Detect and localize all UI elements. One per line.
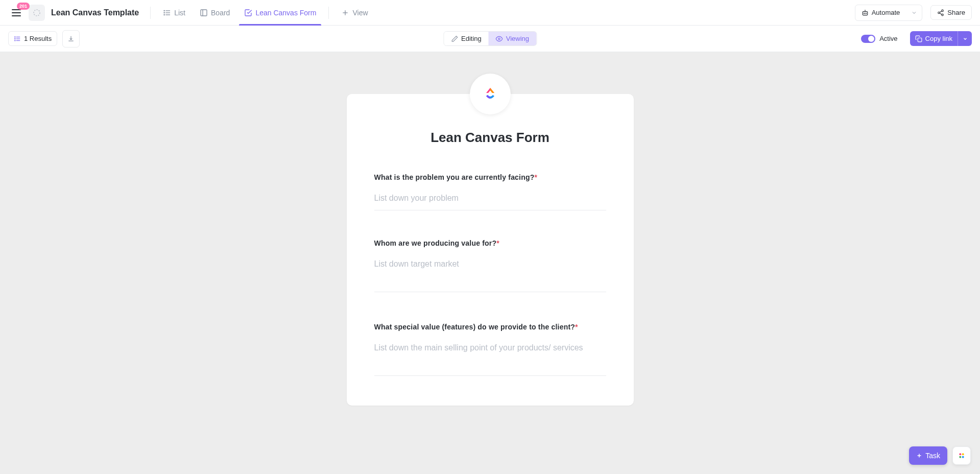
results-button[interactable]: 1 Results [8,31,57,46]
svg-point-6 [164,14,164,15]
svg-line-17 [940,11,942,12]
share-button[interactable]: Share [930,5,972,20]
svg-point-15 [938,12,940,14]
automate-button-group: Automate [855,5,923,21]
svg-rect-7 [201,10,207,16]
divider [150,7,151,19]
button-label: Task [925,452,940,460]
svg-point-32 [962,456,964,458]
tab-list[interactable]: List [158,0,190,26]
add-view-button[interactable]: View [336,0,373,26]
tab-label: Lean Canvas Form [255,9,316,17]
tab-lean-canvas-form[interactable]: Lean Canvas Form [239,0,321,26]
new-task-button[interactable]: Task [909,446,947,465]
svg-point-25 [498,38,500,40]
svg-point-16 [942,14,944,16]
svg-point-30 [962,453,964,455]
automate-button[interactable]: Automate [855,5,907,21]
question-label: What special value (features) do we prov… [374,323,606,331]
tab-label: List [174,9,185,17]
svg-point-4 [164,10,164,11]
svg-point-22 [15,36,15,37]
mode-toggle: Editing Viewing [443,31,537,46]
subheader: 1 Results Editing Viewing Active Copy li… [0,26,980,52]
mode-label: Editing [461,35,482,42]
header: 201 Lean Canvas Template List Board Lean… [0,0,980,26]
page-title[interactable]: Lean Canvas Template [51,8,139,17]
question-textarea[interactable] [374,340,606,376]
apps-icon [958,452,966,460]
svg-rect-11 [863,11,867,15]
clickup-logo-icon [480,84,500,104]
button-label: 1 Results [24,35,52,42]
form-question: What special value (features) do we prov… [374,323,606,378]
form-question: Whom are we producing value for?* [374,239,606,294]
copy-link-group: Copy link [910,31,972,46]
button-label: Share [947,9,965,16]
workspace-icon[interactable] [29,5,45,21]
svg-point-13 [866,13,866,13]
button-label: Automate [872,9,900,16]
button-label: Copy link [925,35,952,42]
form-canvas[interactable]: Lean Canvas Form What is the problem you… [0,52,980,474]
divider [328,7,329,19]
editing-mode-button[interactable]: Editing [444,32,489,45]
form-logo [470,74,511,114]
question-textarea[interactable] [374,256,606,292]
form-question: What is the problem you are currently fa… [374,173,606,210]
apps-button[interactable] [952,446,971,465]
svg-point-29 [959,453,961,455]
svg-point-14 [942,10,944,12]
automate-dropdown[interactable] [906,5,922,21]
copy-link-dropdown[interactable] [958,31,972,46]
mode-label: Viewing [506,35,529,42]
sidebar-toggle-button[interactable]: 201 [8,5,25,21]
tab-label: Board [211,9,230,17]
svg-point-23 [15,38,15,39]
active-toggle[interactable] [861,35,875,43]
download-button[interactable] [62,30,80,48]
tab-board[interactable]: Board [195,0,235,26]
toggle-label: Active [879,35,897,42]
question-label: Whom are we producing value for?* [374,239,606,247]
svg-point-0 [34,10,40,16]
copy-link-button[interactable]: Copy link [910,31,958,46]
plus-icon [916,453,922,459]
svg-point-24 [15,40,15,40]
svg-point-12 [864,13,864,13]
form-card: Lean Canvas Form What is the problem you… [347,94,634,406]
notification-badge: 201 [17,3,30,10]
question-input[interactable] [374,191,606,210]
svg-rect-26 [918,38,922,42]
svg-line-18 [940,13,942,14]
svg-point-5 [164,12,164,13]
tab-label: View [352,9,368,17]
floating-buttons: Task [909,446,971,465]
viewing-mode-button[interactable]: Viewing [489,32,536,45]
question-label: What is the problem you are currently fa… [374,173,606,181]
active-toggle-wrap: Active [861,35,897,43]
form-title: Lean Canvas Form [374,130,606,146]
svg-point-31 [959,456,961,458]
